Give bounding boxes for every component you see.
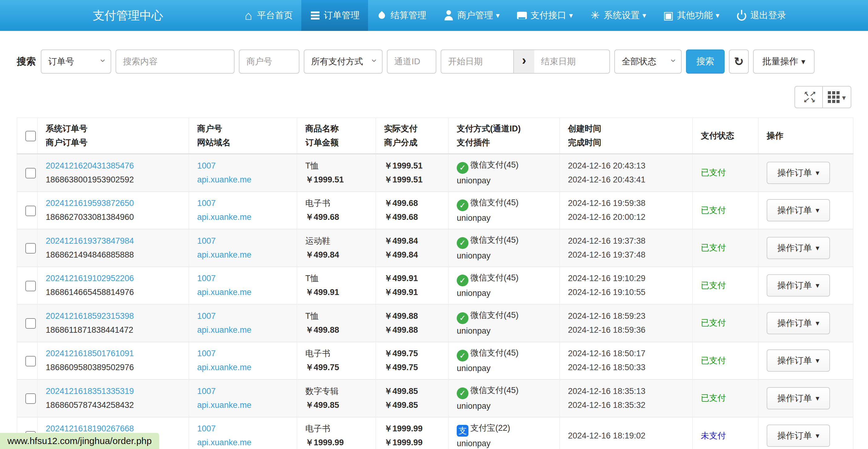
payment-method: 微信支付(45): [470, 310, 519, 320]
table-row: 2024121618592315398 1868611871838441472 …: [17, 304, 853, 342]
nav-item-label: 其他功能: [677, 9, 713, 22]
bulk-actions-button[interactable]: 批量操作: [753, 50, 814, 73]
completed-time: 2024-12-16 19:37:48: [568, 248, 684, 262]
domain-link[interactable]: api.xuanke.me: [197, 212, 251, 222]
header-method: 支付方式(通道ID)支付插件: [448, 118, 560, 154]
order-action-button[interactable]: 操作订单: [767, 162, 830, 184]
order-action-button[interactable]: 操作订单: [767, 387, 830, 410]
nav-item[interactable]: 退出登录 ▾: [728, 0, 795, 31]
columns-button[interactable]: ▾: [823, 86, 851, 108]
merchant-no-input[interactable]: [239, 50, 300, 73]
channel-id-input[interactable]: [387, 50, 436, 73]
merchant-no-link[interactable]: 1007: [197, 387, 216, 396]
chevron-down-icon: ▾: [643, 11, 646, 20]
search-toolbar: 搜索 订单号 所有支付方式 全部状态 搜索 ↻ 批量操作: [17, 50, 851, 73]
nav-item-label: 商户管理: [457, 9, 493, 22]
order-action-button[interactable]: 操作订单: [767, 350, 830, 372]
cell-merchant: 1007 api.xuanke.me: [189, 380, 297, 417]
row-checkbox[interactable]: [25, 168, 36, 178]
row-checkbox[interactable]: [25, 281, 36, 291]
domain-link[interactable]: api.xuanke.me: [197, 175, 251, 184]
merchant-no-link[interactable]: 1007: [197, 236, 216, 245]
completed-time: 2024-12-16 20:43:41: [568, 173, 684, 187]
order-action-button[interactable]: 操作订单: [767, 199, 830, 221]
order-amount: ￥499.91: [305, 286, 367, 299]
system-order-link[interactable]: 2024121619593872650: [46, 199, 134, 208]
system-order-link[interactable]: 2024121619102952206: [46, 274, 134, 283]
cell-paid: ￥499.75 ￥499.75: [376, 342, 448, 380]
search-type-select[interactable]: 订单号: [41, 50, 111, 73]
link-preview-statusbar: www.hfsu12.com/jinghua/order.php: [0, 433, 159, 449]
order-action-button[interactable]: 操作订单: [767, 425, 830, 447]
header-order-numbers: 系统订单号商户订单号: [37, 118, 189, 154]
row-checkbox[interactable]: [25, 206, 36, 216]
nav-item[interactable]: 支付接口 ▾: [508, 0, 581, 31]
date-range-group: [441, 50, 610, 73]
search-button[interactable]: 搜索: [686, 50, 724, 73]
nav-item[interactable]: 结算管理 ▾: [368, 0, 435, 31]
row-checkbox[interactable]: [25, 243, 36, 253]
nav-item[interactable]: 商户管理 ▾: [435, 0, 508, 31]
end-date-input[interactable]: [534, 50, 610, 73]
domain-link[interactable]: api.xuanke.me: [197, 438, 251, 447]
paid-amount: ￥1999.51: [384, 159, 440, 173]
row-checkbox[interactable]: [25, 393, 36, 404]
system-order-link[interactable]: 2024121618351335319: [46, 387, 134, 396]
cell-action: 操作订单: [758, 267, 853, 305]
system-order-link[interactable]: 2024121620431385476: [46, 161, 134, 170]
row-checkbox[interactable]: [25, 318, 36, 329]
cell-action: 操作订单: [758, 342, 853, 380]
completed-time: 2024-12-16 18:59:36: [568, 323, 684, 337]
nav-item[interactable]: 平台首页 ▾: [235, 0, 301, 31]
domain-link[interactable]: api.xuanke.me: [197, 250, 251, 260]
cell-time: 2024-12-16 18:19:02: [560, 417, 692, 449]
row-checkbox[interactable]: [25, 356, 36, 366]
status-select[interactable]: 全部状态: [614, 50, 682, 73]
refresh-button[interactable]: ↻: [729, 50, 749, 73]
table-row: 2024121619373847984 1868621494846885888 …: [17, 229, 853, 267]
header-paid: 实际支付商户分成: [376, 118, 448, 154]
order-action-button[interactable]: 操作订单: [767, 312, 830, 334]
payment-plugin: unionpay: [457, 361, 551, 376]
start-date-input[interactable]: [441, 50, 514, 73]
system-order-link[interactable]: 2024121618592315398: [46, 311, 134, 321]
domain-link[interactable]: api.xuanke.me: [197, 325, 251, 335]
order-action-button[interactable]: 操作订单: [767, 237, 830, 259]
search-keyword-input[interactable]: [116, 50, 235, 73]
system-order-link[interactable]: 2024121618501761091: [46, 349, 134, 358]
system-order-link[interactable]: 2024121619373847984: [46, 236, 134, 245]
nav-item[interactable]: 系统设置 ▾: [581, 0, 654, 31]
payment-method-icon: [457, 425, 468, 437]
domain-link[interactable]: api.xuanke.me: [197, 363, 251, 372]
order-action-label: 操作订单: [777, 204, 812, 216]
nav-item[interactable]: 其他功能 ▾: [654, 0, 728, 31]
header-product: 商品名称订单金额: [297, 118, 376, 154]
status-badge: 已支付: [701, 356, 726, 365]
merchant-no-link[interactable]: 1007: [197, 199, 216, 208]
cell-paid: ￥1999.99 ￥1999.99: [376, 417, 448, 449]
merchant-no-link[interactable]: 1007: [197, 274, 216, 283]
nav-item[interactable]: 订单管理 ▾: [301, 0, 368, 31]
status-badge: 已支付: [701, 168, 726, 177]
select-all-checkbox[interactable]: [25, 131, 36, 141]
pay-method-select[interactable]: 所有支付方式: [304, 50, 382, 73]
merchant-no-link[interactable]: 1007: [197, 424, 216, 433]
top-navbar: 支付管理中心 平台首页 ▾ 订单管理 ▾ 结算管理 ▾ 商户管理: [0, 0, 868, 31]
fullscreen-button[interactable]: ↖↗↙↘: [795, 86, 823, 108]
cell-time: 2024-12-16 18:59:23 2024-12-16 18:59:36: [560, 304, 692, 342]
domain-link[interactable]: api.xuanke.me: [197, 288, 251, 297]
cell-time: 2024-12-16 20:43:13 2024-12-16 20:43:41: [560, 154, 692, 192]
order-amount: ￥499.75: [305, 361, 367, 375]
created-time: 2024-12-16 19:59:38: [568, 197, 684, 210]
merchant-no-link[interactable]: 1007: [197, 161, 216, 170]
created-time: 2024-12-16 19:10:29: [568, 271, 684, 286]
system-order-link[interactable]: 2024121618190267668: [46, 424, 134, 433]
merchant-no-link[interactable]: 1007: [197, 311, 216, 321]
domain-link[interactable]: api.xuanke.me: [197, 400, 251, 410]
cell-status: 已支付: [692, 229, 758, 267]
merchant-no-link[interactable]: 1007: [197, 349, 216, 358]
cell-method: 微信支付(45) unionpay: [448, 267, 560, 305]
order-action-button[interactable]: 操作订单: [767, 274, 830, 297]
search-label: 搜索: [17, 55, 36, 68]
cell-merchant: 1007 api.xuanke.me: [189, 304, 297, 342]
